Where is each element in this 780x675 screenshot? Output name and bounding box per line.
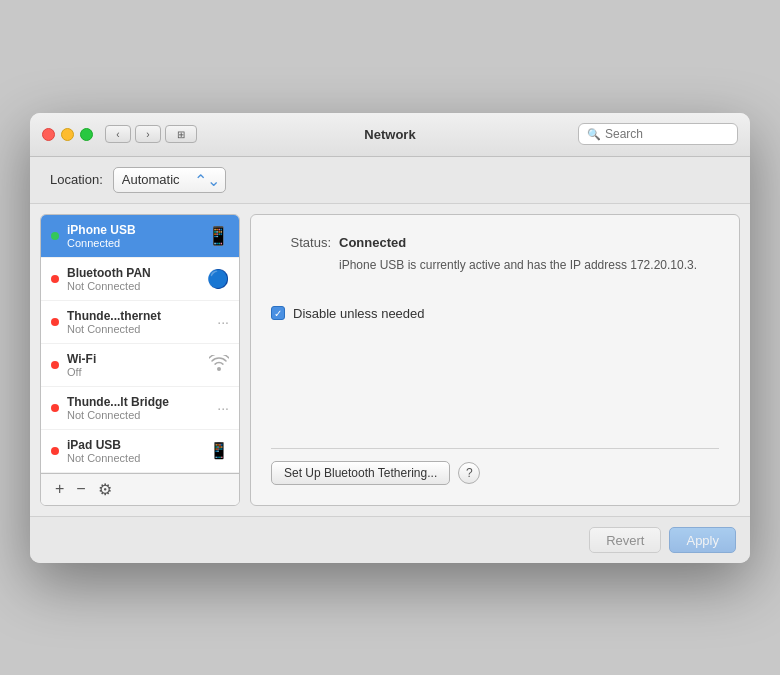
status-dot-red (51, 275, 59, 283)
item-name: Wi-Fi (67, 352, 205, 366)
panel-bottom-bar: Set Up Bluetooth Tethering... ? (271, 448, 719, 485)
wifi-icon (209, 355, 229, 375)
forward-button[interactable]: › (135, 125, 161, 143)
close-button[interactable] (42, 128, 55, 141)
search-box[interactable]: 🔍 (578, 123, 738, 145)
content-area: iPhone USB Connected 📱 Bluetooth PAN Not… (30, 204, 750, 516)
sidebar-item-ipad-usb[interactable]: iPad USB Not Connected 📱 (41, 430, 239, 473)
checkbox-label: Disable unless needed (293, 306, 425, 321)
item-status: Not Connected (67, 409, 213, 421)
status-section: Status: Connected iPhone USB is currentl… (271, 235, 719, 274)
status-dot-red (51, 447, 59, 455)
main-panel: Status: Connected iPhone USB is currentl… (250, 214, 740, 506)
status-value: Connected (339, 235, 697, 250)
status-description: iPhone USB is currently active and has t… (339, 256, 697, 274)
item-text-thunderbolt-bridge: Thunde...lt Bridge Not Connected (67, 395, 213, 421)
ipad-icon: 📱 (209, 441, 229, 460)
help-button[interactable]: ? (458, 462, 480, 484)
search-icon: 🔍 (587, 128, 601, 141)
status-dot-red (51, 318, 59, 326)
status-info: Connected iPhone USB is currently active… (339, 235, 697, 274)
location-label: Location: (50, 172, 103, 187)
bluetooth-icon: 🔵 (207, 268, 229, 290)
sidebar-item-iphone-usb[interactable]: iPhone USB Connected 📱 (41, 215, 239, 258)
nav-buttons: ‹ › (105, 125, 161, 143)
sidebar-item-thunderbolt-ethernet[interactable]: Thunde...thernet Not Connected ··· (41, 301, 239, 344)
item-name: Thunde...thernet (67, 309, 213, 323)
item-name: iPad USB (67, 438, 205, 452)
window-footer: Revert Apply (30, 516, 750, 563)
bluetooth-tethering-button[interactable]: Set Up Bluetooth Tethering... (271, 461, 450, 485)
search-input[interactable] (605, 127, 729, 141)
sidebar-toolbar: + − ⚙ (41, 473, 239, 505)
item-name: Bluetooth PAN (67, 266, 203, 280)
item-name: Thunde...lt Bridge (67, 395, 213, 409)
maximize-button[interactable] (80, 128, 93, 141)
apply-button[interactable]: Apply (669, 527, 736, 553)
item-name: iPhone USB (67, 223, 203, 237)
remove-network-button[interactable]: − (70, 478, 91, 500)
titlebar: ‹ › ⊞ Network 🔍 (30, 113, 750, 157)
item-text-thunderbolt-ethernet: Thunde...thernet Not Connected (67, 309, 213, 335)
item-text-iphone-usb: iPhone USB Connected (67, 223, 203, 249)
location-bar: Location: Automatic Home Work Edit Locat… (30, 157, 750, 204)
window-title: Network (364, 127, 415, 142)
item-status: Connected (67, 237, 203, 249)
add-network-button[interactable]: + (49, 478, 70, 500)
item-text-wifi: Wi-Fi Off (67, 352, 205, 378)
iphone-icon: 📱 (207, 225, 229, 247)
item-text-bluetooth-pan: Bluetooth PAN Not Connected (67, 266, 203, 292)
revert-button[interactable]: Revert (589, 527, 661, 553)
status-label: Status: (271, 235, 331, 274)
status-dot-green (51, 232, 59, 240)
sidebar-item-bluetooth-pan[interactable]: Bluetooth PAN Not Connected 🔵 (41, 258, 239, 301)
location-select-wrapper: Automatic Home Work Edit Locations… ⌃⌄ (113, 167, 226, 193)
item-text-ipad-usb: iPad USB Not Connected (67, 438, 205, 464)
status-dot-red (51, 361, 59, 369)
bottom-left-actions: Set Up Bluetooth Tethering... ? (271, 461, 480, 485)
item-status: Not Connected (67, 323, 213, 335)
thunderbolt-icon: ··· (217, 314, 229, 330)
minimize-button[interactable] (61, 128, 74, 141)
item-status: Not Connected (67, 280, 203, 292)
item-status: Not Connected (67, 452, 205, 464)
status-dot-red (51, 404, 59, 412)
sidebar-item-wifi[interactable]: Wi-Fi Off (41, 344, 239, 387)
disable-unless-needed-checkbox[interactable]: ✓ (271, 306, 285, 320)
grid-button[interactable]: ⊞ (165, 125, 197, 143)
checkbox-row[interactable]: ✓ Disable unless needed (271, 306, 719, 321)
gear-button[interactable]: ⚙ (92, 478, 118, 501)
bridge-icon: ··· (217, 400, 229, 416)
spacer (271, 321, 719, 436)
traffic-lights (42, 128, 93, 141)
back-button[interactable]: ‹ (105, 125, 131, 143)
main-window: ‹ › ⊞ Network 🔍 Location: Automatic Home… (30, 113, 750, 563)
sidebar-list: iPhone USB Connected 📱 Bluetooth PAN Not… (41, 215, 239, 473)
sidebar-item-thunderbolt-bridge[interactable]: Thunde...lt Bridge Not Connected ··· (41, 387, 239, 430)
sidebar: iPhone USB Connected 📱 Bluetooth PAN Not… (40, 214, 240, 506)
item-status: Off (67, 366, 205, 378)
location-select[interactable]: Automatic Home Work Edit Locations… (113, 167, 226, 193)
